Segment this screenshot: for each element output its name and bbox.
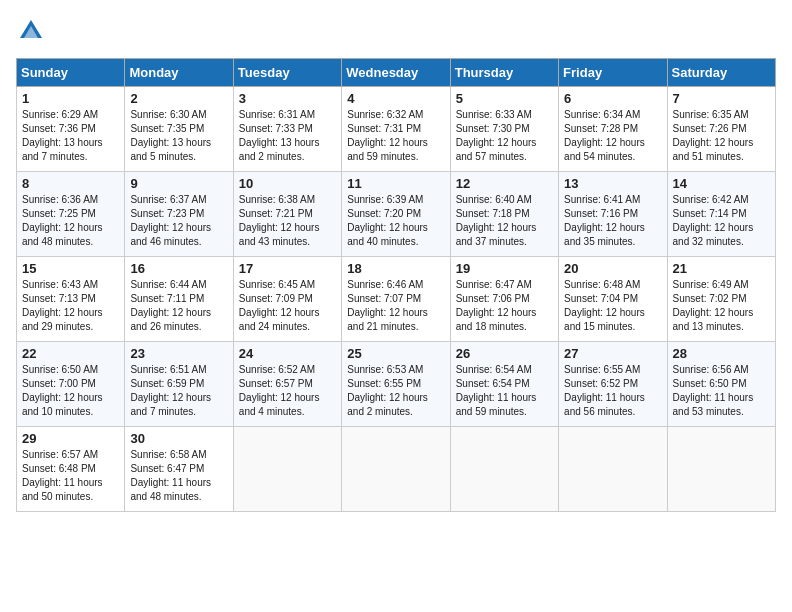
header-row: SundayMondayTuesdayWednesdayThursdayFrid… <box>17 59 776 87</box>
calendar-cell: 16Sunrise: 6:44 AMSunset: 7:11 PMDayligh… <box>125 257 233 342</box>
week-row-5: 29Sunrise: 6:57 AMSunset: 6:48 PMDayligh… <box>17 427 776 512</box>
logo <box>16 16 50 46</box>
week-row-4: 22Sunrise: 6:50 AMSunset: 7:00 PMDayligh… <box>17 342 776 427</box>
day-number: 17 <box>239 261 336 276</box>
day-number: 7 <box>673 91 770 106</box>
day-info: Sunrise: 6:34 AMSunset: 7:28 PMDaylight:… <box>564 109 645 162</box>
day-number: 8 <box>22 176 119 191</box>
day-number: 10 <box>239 176 336 191</box>
week-row-3: 15Sunrise: 6:43 AMSunset: 7:13 PMDayligh… <box>17 257 776 342</box>
day-number: 24 <box>239 346 336 361</box>
day-info: Sunrise: 6:46 AMSunset: 7:07 PMDaylight:… <box>347 279 428 332</box>
day-info: Sunrise: 6:31 AMSunset: 7:33 PMDaylight:… <box>239 109 320 162</box>
day-info: Sunrise: 6:58 AMSunset: 6:47 PMDaylight:… <box>130 449 211 502</box>
calendar-cell: 2Sunrise: 6:30 AMSunset: 7:35 PMDaylight… <box>125 87 233 172</box>
day-number: 9 <box>130 176 227 191</box>
day-number: 29 <box>22 431 119 446</box>
page-header <box>16 16 776 46</box>
day-info: Sunrise: 6:47 AMSunset: 7:06 PMDaylight:… <box>456 279 537 332</box>
calendar-cell: 23Sunrise: 6:51 AMSunset: 6:59 PMDayligh… <box>125 342 233 427</box>
calendar-cell: 18Sunrise: 6:46 AMSunset: 7:07 PMDayligh… <box>342 257 450 342</box>
day-number: 11 <box>347 176 444 191</box>
calendar-cell <box>559 427 667 512</box>
day-info: Sunrise: 6:45 AMSunset: 7:09 PMDaylight:… <box>239 279 320 332</box>
day-number: 2 <box>130 91 227 106</box>
day-info: Sunrise: 6:50 AMSunset: 7:00 PMDaylight:… <box>22 364 103 417</box>
day-info: Sunrise: 6:41 AMSunset: 7:16 PMDaylight:… <box>564 194 645 247</box>
calendar-cell: 25Sunrise: 6:53 AMSunset: 6:55 PMDayligh… <box>342 342 450 427</box>
calendar-cell: 11Sunrise: 6:39 AMSunset: 7:20 PMDayligh… <box>342 172 450 257</box>
calendar-cell: 26Sunrise: 6:54 AMSunset: 6:54 PMDayligh… <box>450 342 558 427</box>
day-number: 13 <box>564 176 661 191</box>
week-row-2: 8Sunrise: 6:36 AMSunset: 7:25 PMDaylight… <box>17 172 776 257</box>
calendar-cell: 14Sunrise: 6:42 AMSunset: 7:14 PMDayligh… <box>667 172 775 257</box>
day-number: 26 <box>456 346 553 361</box>
day-info: Sunrise: 6:44 AMSunset: 7:11 PMDaylight:… <box>130 279 211 332</box>
col-header-tuesday: Tuesday <box>233 59 341 87</box>
calendar-cell: 17Sunrise: 6:45 AMSunset: 7:09 PMDayligh… <box>233 257 341 342</box>
calendar-cell: 3Sunrise: 6:31 AMSunset: 7:33 PMDaylight… <box>233 87 341 172</box>
calendar-cell: 4Sunrise: 6:32 AMSunset: 7:31 PMDaylight… <box>342 87 450 172</box>
day-number: 25 <box>347 346 444 361</box>
calendar-cell: 30Sunrise: 6:58 AMSunset: 6:47 PMDayligh… <box>125 427 233 512</box>
day-number: 4 <box>347 91 444 106</box>
day-number: 18 <box>347 261 444 276</box>
calendar-cell: 6Sunrise: 6:34 AMSunset: 7:28 PMDaylight… <box>559 87 667 172</box>
calendar-cell: 10Sunrise: 6:38 AMSunset: 7:21 PMDayligh… <box>233 172 341 257</box>
day-info: Sunrise: 6:32 AMSunset: 7:31 PMDaylight:… <box>347 109 428 162</box>
calendar-cell: 7Sunrise: 6:35 AMSunset: 7:26 PMDaylight… <box>667 87 775 172</box>
calendar-cell <box>667 427 775 512</box>
day-info: Sunrise: 6:51 AMSunset: 6:59 PMDaylight:… <box>130 364 211 417</box>
day-number: 30 <box>130 431 227 446</box>
calendar-cell: 20Sunrise: 6:48 AMSunset: 7:04 PMDayligh… <box>559 257 667 342</box>
day-number: 27 <box>564 346 661 361</box>
calendar-cell: 28Sunrise: 6:56 AMSunset: 6:50 PMDayligh… <box>667 342 775 427</box>
day-number: 12 <box>456 176 553 191</box>
calendar-cell: 29Sunrise: 6:57 AMSunset: 6:48 PMDayligh… <box>17 427 125 512</box>
day-info: Sunrise: 6:49 AMSunset: 7:02 PMDaylight:… <box>673 279 754 332</box>
day-number: 1 <box>22 91 119 106</box>
day-info: Sunrise: 6:39 AMSunset: 7:20 PMDaylight:… <box>347 194 428 247</box>
col-header-monday: Monday <box>125 59 233 87</box>
week-row-1: 1Sunrise: 6:29 AMSunset: 7:36 PMDaylight… <box>17 87 776 172</box>
day-number: 6 <box>564 91 661 106</box>
day-number: 22 <box>22 346 119 361</box>
calendar-cell <box>233 427 341 512</box>
day-info: Sunrise: 6:56 AMSunset: 6:50 PMDaylight:… <box>673 364 754 417</box>
calendar-cell: 27Sunrise: 6:55 AMSunset: 6:52 PMDayligh… <box>559 342 667 427</box>
calendar-cell: 1Sunrise: 6:29 AMSunset: 7:36 PMDaylight… <box>17 87 125 172</box>
day-info: Sunrise: 6:55 AMSunset: 6:52 PMDaylight:… <box>564 364 645 417</box>
day-info: Sunrise: 6:33 AMSunset: 7:30 PMDaylight:… <box>456 109 537 162</box>
day-info: Sunrise: 6:57 AMSunset: 6:48 PMDaylight:… <box>22 449 103 502</box>
calendar-cell: 21Sunrise: 6:49 AMSunset: 7:02 PMDayligh… <box>667 257 775 342</box>
day-info: Sunrise: 6:29 AMSunset: 7:36 PMDaylight:… <box>22 109 103 162</box>
day-info: Sunrise: 6:30 AMSunset: 7:35 PMDaylight:… <box>130 109 211 162</box>
day-info: Sunrise: 6:54 AMSunset: 6:54 PMDaylight:… <box>456 364 537 417</box>
calendar-cell: 12Sunrise: 6:40 AMSunset: 7:18 PMDayligh… <box>450 172 558 257</box>
day-number: 19 <box>456 261 553 276</box>
calendar-cell <box>342 427 450 512</box>
col-header-wednesday: Wednesday <box>342 59 450 87</box>
calendar-cell: 8Sunrise: 6:36 AMSunset: 7:25 PMDaylight… <box>17 172 125 257</box>
calendar-cell: 5Sunrise: 6:33 AMSunset: 7:30 PMDaylight… <box>450 87 558 172</box>
day-info: Sunrise: 6:35 AMSunset: 7:26 PMDaylight:… <box>673 109 754 162</box>
calendar-cell: 13Sunrise: 6:41 AMSunset: 7:16 PMDayligh… <box>559 172 667 257</box>
logo-icon <box>16 16 46 46</box>
day-info: Sunrise: 6:42 AMSunset: 7:14 PMDaylight:… <box>673 194 754 247</box>
calendar-cell: 19Sunrise: 6:47 AMSunset: 7:06 PMDayligh… <box>450 257 558 342</box>
day-number: 20 <box>564 261 661 276</box>
day-info: Sunrise: 6:36 AMSunset: 7:25 PMDaylight:… <box>22 194 103 247</box>
day-number: 15 <box>22 261 119 276</box>
day-info: Sunrise: 6:53 AMSunset: 6:55 PMDaylight:… <box>347 364 428 417</box>
col-header-sunday: Sunday <box>17 59 125 87</box>
day-info: Sunrise: 6:37 AMSunset: 7:23 PMDaylight:… <box>130 194 211 247</box>
calendar-cell: 15Sunrise: 6:43 AMSunset: 7:13 PMDayligh… <box>17 257 125 342</box>
day-info: Sunrise: 6:52 AMSunset: 6:57 PMDaylight:… <box>239 364 320 417</box>
day-number: 14 <box>673 176 770 191</box>
day-number: 28 <box>673 346 770 361</box>
col-header-friday: Friday <box>559 59 667 87</box>
day-info: Sunrise: 6:48 AMSunset: 7:04 PMDaylight:… <box>564 279 645 332</box>
day-info: Sunrise: 6:43 AMSunset: 7:13 PMDaylight:… <box>22 279 103 332</box>
day-info: Sunrise: 6:38 AMSunset: 7:21 PMDaylight:… <box>239 194 320 247</box>
day-number: 23 <box>130 346 227 361</box>
